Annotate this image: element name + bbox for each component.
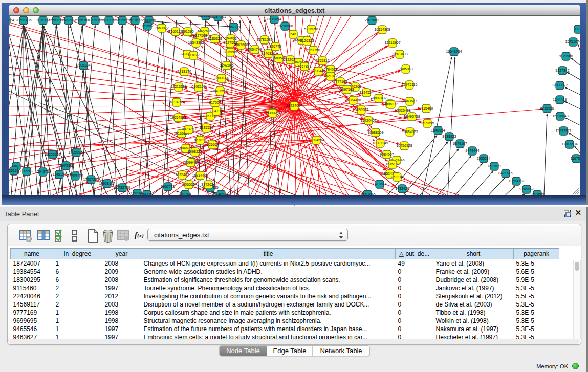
svg-text:12942757: 12942757 bbox=[35, 170, 51, 173]
svg-text:8471676: 8471676 bbox=[498, 171, 512, 175]
svg-text:2880957: 2880957 bbox=[140, 192, 154, 195]
svg-text:917004: 917004 bbox=[209, 101, 221, 104]
svg-text:8938923: 8938923 bbox=[442, 135, 456, 138]
svg-text:6794028: 6794028 bbox=[323, 68, 337, 71]
svg-text:9084067: 9084067 bbox=[380, 152, 394, 156]
svg-text:84801845: 84801845 bbox=[359, 192, 375, 195]
svg-text:20691406: 20691406 bbox=[15, 18, 31, 22]
svg-text:7955812: 7955812 bbox=[315, 59, 329, 62]
svg-text:6961758: 6961758 bbox=[306, 48, 320, 52]
svg-text:16914479: 16914479 bbox=[192, 173, 208, 177]
svg-text:171822: 171822 bbox=[187, 53, 199, 57]
svg-text:1527602: 1527602 bbox=[61, 18, 75, 22]
svg-text:17359924: 17359924 bbox=[68, 150, 84, 154]
svg-text:10958107: 10958107 bbox=[99, 182, 115, 185]
svg-text:8427552: 8427552 bbox=[213, 89, 227, 93]
svg-text:546: 546 bbox=[290, 32, 296, 36]
svg-text:9227342: 9227342 bbox=[555, 69, 569, 72]
svg-text:3824554: 3824554 bbox=[359, 91, 373, 94]
svg-text:19654923: 19654923 bbox=[402, 130, 418, 134]
svg-text:26206553: 26206553 bbox=[45, 152, 60, 156]
svg-text:8215958: 8215958 bbox=[540, 106, 554, 110]
svg-text:20355724: 20355724 bbox=[9, 18, 14, 22]
svg-text:15720407: 15720407 bbox=[360, 119, 376, 122]
svg-text:7632621: 7632621 bbox=[487, 164, 501, 168]
svg-text:2691669: 2691669 bbox=[530, 192, 544, 195]
svg-text:14099489: 14099489 bbox=[183, 161, 199, 164]
svg-text:1733426: 1733426 bbox=[395, 187, 409, 190]
svg-text:9245652: 9245652 bbox=[519, 187, 533, 191]
svg-text:252214: 252214 bbox=[391, 175, 403, 179]
svg-text:19654923: 19654923 bbox=[170, 116, 186, 119]
svg-text:31781080: 31781080 bbox=[256, 38, 272, 41]
svg-text:10688609: 10688609 bbox=[367, 130, 383, 134]
svg-text:33134: 33134 bbox=[9, 169, 19, 172]
svg-text:3872624: 3872624 bbox=[201, 183, 215, 186]
svg-text:17016504: 17016504 bbox=[561, 142, 577, 146]
svg-text:2935114: 2935114 bbox=[477, 157, 491, 160]
svg-text:751552: 751552 bbox=[116, 18, 128, 22]
svg-text:9146821: 9146821 bbox=[261, 52, 275, 55]
svg-text:15692971: 15692971 bbox=[555, 129, 571, 133]
svg-text:9327508: 9327508 bbox=[193, 34, 207, 37]
svg-text:8498222: 8498222 bbox=[188, 150, 202, 154]
svg-text:1413614: 1413614 bbox=[373, 182, 386, 186]
svg-text:6879197: 6879197 bbox=[453, 142, 467, 145]
svg-text:16782759: 16782759 bbox=[114, 186, 130, 189]
svg-text:18724007: 18724007 bbox=[286, 104, 302, 107]
svg-text:9242845: 9242845 bbox=[220, 63, 233, 67]
svg-text:867833: 867833 bbox=[194, 138, 206, 142]
svg-text:9973763: 9973763 bbox=[182, 127, 195, 131]
svg-text:1244419: 1244419 bbox=[553, 98, 567, 101]
svg-text:1010755: 1010755 bbox=[169, 100, 183, 104]
svg-text:326773: 326773 bbox=[269, 45, 281, 48]
svg-text:9474444: 9474444 bbox=[465, 149, 479, 152]
svg-text:9657771: 9657771 bbox=[161, 185, 175, 188]
svg-text:10756928: 10756928 bbox=[396, 144, 412, 147]
svg-text:1235559: 1235559 bbox=[199, 126, 213, 129]
svg-text:9777169: 9777169 bbox=[333, 80, 347, 83]
svg-text:8454749: 8454749 bbox=[248, 48, 262, 51]
svg-text:2388496: 2388496 bbox=[142, 18, 156, 22]
svg-text:15751074: 15751074 bbox=[565, 40, 580, 43]
svg-text:19218506: 19218506 bbox=[277, 24, 293, 28]
svg-text:8186328: 8186328 bbox=[208, 37, 222, 40]
svg-text:8126323: 8126323 bbox=[300, 39, 314, 42]
svg-text:8148932: 8148932 bbox=[214, 192, 228, 195]
svg-text:165667: 165667 bbox=[206, 143, 218, 146]
svg-text:891295: 891295 bbox=[182, 30, 193, 33]
svg-text:10807487: 10807487 bbox=[371, 96, 386, 100]
svg-text:19975867: 19975867 bbox=[58, 164, 74, 167]
svg-text:3875685: 3875685 bbox=[223, 50, 237, 54]
svg-text:9699695: 9699695 bbox=[420, 121, 434, 125]
svg-text:4657871: 4657871 bbox=[297, 64, 311, 68]
svg-text:106513: 106513 bbox=[183, 183, 194, 186]
svg-text:751552: 751552 bbox=[141, 24, 153, 28]
svg-text:16648784: 16648784 bbox=[446, 50, 462, 53]
svg-text:10025438: 10025438 bbox=[395, 108, 410, 112]
svg-text:2803144: 2803144 bbox=[214, 76, 228, 80]
svg-text:17957225: 17957225 bbox=[83, 178, 99, 181]
svg-text:7857224: 7857224 bbox=[227, 25, 241, 29]
svg-text:9463627: 9463627 bbox=[403, 99, 417, 103]
svg-text:6497568: 6497568 bbox=[340, 87, 354, 91]
svg-text:1145194: 1145194 bbox=[53, 172, 67, 176]
svg-text:20364436: 20364436 bbox=[345, 98, 361, 102]
svg-text:53287101: 53287101 bbox=[210, 16, 226, 18]
svg-text:16154808: 16154808 bbox=[374, 28, 390, 31]
svg-text:7886372: 7886372 bbox=[384, 102, 398, 106]
svg-text:1621072: 1621072 bbox=[323, 74, 337, 78]
svg-text:19384554: 19384554 bbox=[308, 138, 324, 142]
svg-text:16210643: 16210643 bbox=[552, 114, 568, 118]
svg-text:1112: 1112 bbox=[575, 27, 580, 31]
svg-text:12975115: 12975115 bbox=[402, 83, 418, 86]
svg-text:9115460: 9115460 bbox=[420, 106, 433, 110]
svg-text:9129966: 9129966 bbox=[559, 54, 573, 58]
svg-text:7663822: 7663822 bbox=[155, 26, 168, 30]
svg-text:1640954: 1640954 bbox=[431, 128, 445, 132]
svg-text:2367608: 2367608 bbox=[234, 43, 248, 47]
svg-text:10973493: 10973493 bbox=[391, 52, 407, 56]
svg-text:2087682: 2087682 bbox=[365, 18, 379, 22]
svg-text:1615132: 1615132 bbox=[385, 162, 399, 166]
svg-text:3150983: 3150983 bbox=[354, 108, 368, 112]
